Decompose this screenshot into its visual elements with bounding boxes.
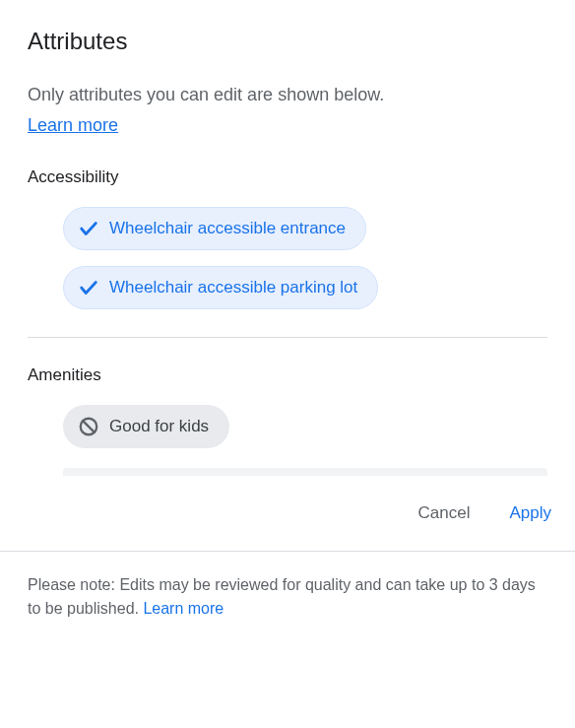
chip-wheelchair-parking[interactable]: Wheelchair accessible parking lot xyxy=(63,266,378,309)
page-title: Attributes xyxy=(28,28,547,55)
chip-good-for-kids[interactable]: Good for kids xyxy=(63,405,229,448)
section-title-accessibility: Accessibility xyxy=(28,167,547,187)
chip-label: Wheelchair accessible entrance xyxy=(109,219,346,238)
section-amenities: Amenities Good for kids xyxy=(28,365,547,476)
apply-button[interactable]: Apply xyxy=(509,499,551,527)
footer-note: Please note: Edits may be reviewed for q… xyxy=(0,551,575,642)
attributes-panel: Attributes Only attributes you can edit … xyxy=(0,0,575,476)
check-icon xyxy=(78,277,99,298)
check-icon xyxy=(78,218,99,239)
prohibit-icon xyxy=(78,416,99,437)
chip-wheelchair-entrance[interactable]: Wheelchair accessible entrance xyxy=(63,207,366,250)
section-accessibility: Accessibility Wheelchair accessible entr… xyxy=(28,167,547,309)
section-divider xyxy=(28,337,547,338)
chip-label: Good for kids xyxy=(109,417,209,436)
chip-label: Wheelchair accessible parking lot xyxy=(109,278,357,298)
accessibility-chips: Wheelchair accessible entrance Wheelchai… xyxy=(28,207,547,309)
footer-learn-more-link[interactable]: Learn more xyxy=(143,600,224,617)
learn-more-link[interactable]: Learn more xyxy=(28,115,118,136)
cancel-button[interactable]: Cancel xyxy=(418,499,471,527)
section-title-amenities: Amenities xyxy=(28,365,547,385)
amenities-chips: Good for kids xyxy=(28,405,547,448)
scroll-shadow xyxy=(63,468,547,476)
page-description: Only attributes you can edit are shown b… xyxy=(28,83,547,107)
footer-note-label: Please note: xyxy=(28,576,115,593)
svg-line-1 xyxy=(83,421,95,432)
dialog-actions: Cancel Apply xyxy=(0,476,575,551)
